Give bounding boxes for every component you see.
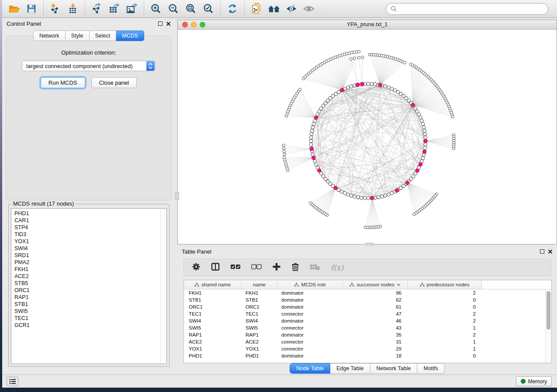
mcds-hub-node[interactable]	[340, 88, 344, 92]
network-window-titlebar[interactable]: YPA_prune.txt_1	[178, 20, 557, 30]
tab-network[interactable]: Network	[33, 31, 66, 41]
ring-node[interactable]	[309, 139, 313, 143]
table-row[interactable]: RAP1RAP1dominator352	[184, 331, 551, 338]
ring-node[interactable]	[424, 143, 427, 146]
ring-node[interactable]	[421, 156, 425, 160]
mcds-hub-node[interactable]	[424, 139, 427, 143]
export-network-button[interactable]	[90, 2, 104, 15]
column-header-predecessor-nodes[interactable]: predecessor nodes	[408, 280, 482, 289]
ring-node[interactable]	[353, 195, 356, 198]
leaf-node[interactable]	[283, 147, 285, 150]
ring-node[interactable]	[346, 86, 350, 89]
ring-node[interactable]	[423, 129, 426, 133]
tab-motifs[interactable]: Motifs	[417, 363, 444, 374]
network-graph[interactable]	[178, 30, 557, 244]
task-history-button[interactable]	[7, 377, 18, 386]
table-row[interactable]: FKH1FKH1dominator962	[184, 289, 551, 296]
ring-node[interactable]	[346, 193, 350, 196]
save-session-button[interactable]	[25, 2, 38, 15]
mcds-hub-node[interactable]	[310, 147, 313, 151]
result-list-item[interactable]: SWI4	[14, 245, 159, 252]
ring-node[interactable]	[311, 126, 315, 129]
ring-node[interactable]	[309, 143, 313, 146]
ring-node[interactable]	[370, 82, 374, 86]
hide-selected-button[interactable]	[285, 2, 298, 15]
mcds-result-list[interactable]: PHD1CAR1STP4TID3YOX1SWI4SRD1PMA2FKH1ACE2…	[11, 208, 167, 364]
result-list-item[interactable]: ACE2	[14, 273, 159, 280]
leaf-node[interactable]	[452, 147, 455, 150]
ring-node[interactable]	[310, 129, 314, 133]
tab-mcds[interactable]: MCDS	[116, 31, 144, 41]
ring-node[interactable]	[420, 119, 424, 123]
table-row[interactable]: PHD1PHD1dominator180	[184, 352, 551, 359]
ring-node[interactable]	[377, 196, 381, 199]
mcds-hub-node[interactable]	[356, 83, 359, 86]
ring-node[interactable]	[415, 110, 419, 113]
tab-node-table[interactable]: Node Table	[290, 363, 330, 374]
ring-node[interactable]	[343, 192, 346, 195]
table-scrollbar[interactable]	[545, 290, 551, 363]
leaf-node[interactable]	[451, 115, 454, 118]
leaf-node[interactable]	[283, 153, 286, 155]
run-mcds-button[interactable]: Run MCDS	[41, 77, 85, 88]
ring-node[interactable]	[356, 196, 360, 199]
add-column-button[interactable]	[272, 262, 281, 273]
ring-node[interactable]	[393, 89, 397, 92]
vertical-splitter-handle[interactable]	[175, 192, 179, 200]
table-scrollbar-thumb[interactable]	[547, 291, 550, 330]
result-list-item[interactable]: TID3	[14, 231, 159, 238]
ring-node[interactable]	[387, 86, 391, 89]
ring-node[interactable]	[424, 136, 427, 139]
ring-node[interactable]	[384, 85, 387, 88]
ring-node[interactable]	[421, 122, 425, 126]
leaf-node[interactable]	[309, 202, 311, 204]
table-row[interactable]: ORC1ORC1dominator610	[184, 303, 551, 310]
mcds-hub-node[interactable]	[378, 83, 382, 87]
result-list-item[interactable]: STB1	[14, 301, 159, 308]
result-scrollbar[interactable]	[160, 209, 166, 364]
leaf-node[interactable]	[357, 50, 360, 53]
table-row[interactable]: SWI4SWI4dominator462	[184, 317, 551, 324]
select-all-button[interactable]	[230, 264, 241, 272]
mcds-hub-node[interactable]	[419, 162, 422, 166]
clone-network-button[interactable]	[250, 2, 263, 15]
tab-select[interactable]: Select	[90, 31, 117, 41]
leaf-node[interactable]	[282, 144, 285, 147]
ring-node[interactable]	[313, 160, 317, 163]
minimize-window-icon[interactable]	[191, 22, 197, 28]
mcds-hub-node[interactable]	[318, 168, 321, 172]
result-list-item[interactable]: STP4	[14, 224, 159, 231]
ring-node[interactable]	[417, 113, 421, 116]
ring-node[interactable]	[340, 190, 343, 193]
result-list-item[interactable]: CAR1	[14, 217, 159, 224]
ring-node[interactable]	[363, 196, 367, 200]
import-table-button[interactable]	[66, 2, 80, 15]
delete-column-button[interactable]	[291, 262, 299, 273]
table-row[interactable]: ACE2ACE2connector311	[184, 338, 551, 345]
ring-node[interactable]	[349, 85, 353, 88]
mcds-hub-node[interactable]	[415, 168, 419, 172]
table-row[interactable]: YOX1YOX1connector291	[184, 345, 551, 352]
network-canvas[interactable]	[178, 30, 557, 244]
close-panel-button[interactable]: Close panel	[91, 77, 137, 88]
ring-node[interactable]	[367, 196, 370, 200]
leaf-node[interactable]	[283, 150, 285, 152]
refresh-button[interactable]	[226, 2, 239, 15]
leaf-node[interactable]	[364, 226, 367, 229]
float-panel-icon[interactable]	[540, 249, 544, 254]
leaf-node[interactable]	[361, 56, 363, 58]
mcds-hub-node[interactable]	[411, 103, 415, 107]
export-image-button[interactable]	[125, 2, 138, 15]
result-list-item[interactable]: YOX1	[14, 238, 159, 245]
result-list-item[interactable]: STB5	[14, 280, 159, 287]
zoom-in-button[interactable]	[149, 2, 163, 15]
function-builder-button[interactable]: f(x)	[331, 263, 343, 272]
ring-node[interactable]	[316, 113, 319, 116]
ring-node[interactable]	[315, 163, 318, 166]
criterion-dropdown[interactable]: largest connected component (undirected)	[22, 61, 156, 71]
leaf-node[interactable]	[349, 58, 352, 60]
ring-node[interactable]	[422, 126, 426, 129]
table-row[interactable]: SWI5SWI5connector431	[184, 324, 551, 331]
export-table-button[interactable]	[108, 2, 121, 15]
tab-edge-table[interactable]: Edge Table	[330, 363, 370, 374]
